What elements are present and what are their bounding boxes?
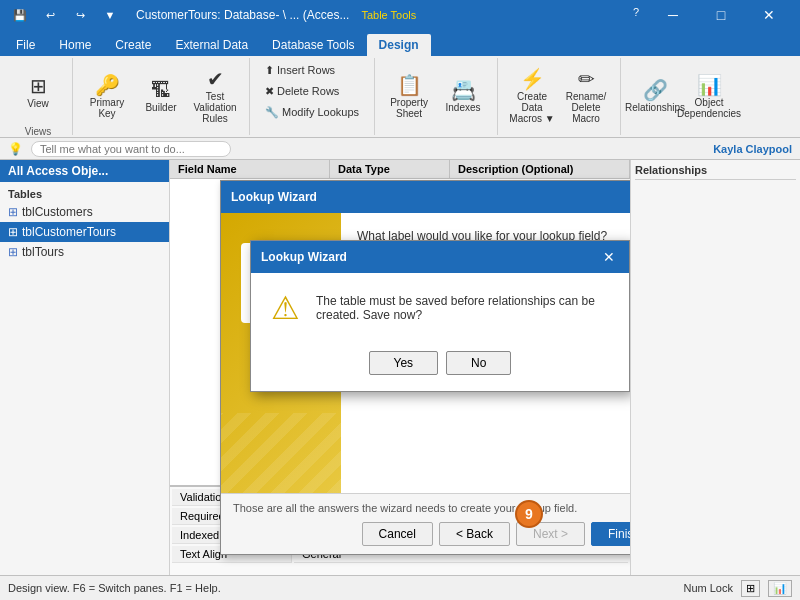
save-dialog-message: The table must be saved before relations…: [316, 294, 609, 322]
help-icon: 💡: [8, 142, 23, 156]
table-icon-customers: ⊞: [8, 205, 18, 219]
tab-create[interactable]: Create: [103, 34, 163, 56]
wizard-cancel-button[interactable]: Cancel: [362, 522, 433, 546]
sidebar-label-customers: tblCustomers: [22, 205, 93, 219]
wizard-front-title-bar: Lookup Wizard ✕: [251, 241, 629, 273]
sidebar-item-customers[interactable]: ⊞ tblCustomers: [0, 202, 169, 222]
content-area: Field Name Data Type Description (Option…: [170, 160, 630, 575]
field-columns-col: ⬆ Insert Rows ✖ Delete Rows 🔧 Modify Loo…: [258, 60, 366, 122]
wizard-back-title-bar: Lookup Wizard ✕: [221, 181, 630, 213]
create-data-macros-button[interactable]: ⚡ Create DataMacros ▼: [506, 65, 558, 129]
sidebar-label-tours: tblTours: [22, 245, 64, 259]
title-bar-controls: ? ─ □ ✕: [624, 0, 792, 30]
view-icon: ⊞: [30, 76, 47, 96]
ribbon-group-field-columns: ⬆ Insert Rows ✖ Delete Rows 🔧 Modify Loo…: [250, 58, 375, 135]
tab-design[interactable]: Design: [367, 34, 431, 56]
test-validation-button[interactable]: ✔ Test ValidationRules: [189, 65, 241, 129]
close-button[interactable]: ✕: [746, 0, 792, 30]
tab-file[interactable]: File: [4, 34, 47, 56]
insert-rows-icon: ⬆: [265, 64, 274, 77]
minimize-button[interactable]: ─: [650, 0, 696, 30]
maximize-button[interactable]: □: [698, 0, 744, 30]
undo-qat-button[interactable]: ↩: [38, 3, 62, 27]
save-no-button[interactable]: No: [446, 351, 511, 375]
primary-key-button[interactable]: 🔑 PrimaryKey: [81, 65, 133, 129]
key-icon: 🔑: [95, 75, 120, 95]
modify-lookups-icon: 🔧: [265, 106, 279, 119]
wizard-front-title: Lookup Wizard: [261, 250, 347, 264]
wizard-back-buttons: Cancel < Back Next > Finish: [233, 522, 630, 546]
lookup-wizard-front: Lookup Wizard ✕ ⚠ The table must be save…: [250, 240, 630, 392]
save-qat-button[interactable]: 💾: [8, 3, 32, 27]
wizard-back-button[interactable]: < Back: [439, 522, 510, 546]
ribbon: ⊞ View Views 🔑 PrimaryKey 🏗 Builder ✔ Te…: [0, 56, 800, 138]
sidebar-section-tables: Tables: [0, 182, 169, 202]
tell-me-input[interactable]: [31, 141, 231, 157]
right-panel: Relationships: [630, 160, 800, 575]
view-button[interactable]: ⊞ View: [12, 60, 64, 124]
tab-home[interactable]: Home: [47, 34, 103, 56]
object-dependencies-button[interactable]: 📊 ObjectDependencies: [683, 65, 735, 129]
property-sheet-icon: 📋: [397, 75, 422, 95]
wizard-finish-button[interactable]: Finish: [591, 522, 630, 546]
tab-external-data[interactable]: External Data: [163, 34, 260, 56]
indexes-button[interactable]: 📇 Indexes: [437, 65, 489, 129]
field-events-buttons: ⚡ Create DataMacros ▼ ✏ Rename/Delete Ma…: [506, 60, 612, 133]
table-icon-customer-tours: ⊞: [8, 225, 18, 239]
title-bar-title: CustomerTours: Database- \ ... (Acces...: [136, 8, 349, 22]
user-name: Kayla Claypool: [713, 143, 792, 155]
properties-buttons: 📋 PropertySheet 📇 Indexes: [383, 60, 489, 133]
table-icon-tours: ⊞: [8, 245, 18, 259]
sidebar-item-customer-tours[interactable]: ⊞ tblCustomerTours: [0, 222, 169, 242]
sidebar-item-tours[interactable]: ⊞ tblTours: [0, 242, 169, 262]
save-dialog-body: ⚠ The table must be saved before relatio…: [251, 273, 629, 343]
qat-dropdown-button[interactable]: ▼: [98, 3, 122, 27]
ribbon-tabs: File Home Create External Data Database …: [0, 30, 800, 56]
ribbon-group-tools: 🔑 PrimaryKey 🏗 Builder ✔ Test Validation…: [73, 58, 250, 135]
sidebar-header: All Access Obje...: [0, 160, 169, 182]
table-tools-label: Table Tools: [361, 9, 416, 21]
tell-me-bar: 💡 Kayla Claypool: [0, 138, 800, 160]
status-view-button-2[interactable]: 📊: [768, 580, 792, 597]
wizard-back-footer: Those are all the answers the wizard nee…: [221, 493, 630, 554]
save-yes-button[interactable]: Yes: [369, 351, 439, 375]
relationships-buttons: 🔗 Relationships 📊 ObjectDependencies: [629, 60, 735, 133]
builder-button[interactable]: 🏗 Builder: [135, 65, 187, 129]
status-view-button-1[interactable]: ⊞: [741, 580, 760, 597]
title-bar: 💾 ↩ ↪ ▼ CustomerTours: Database- \ ... (…: [0, 0, 800, 30]
help-button[interactable]: ?: [624, 0, 648, 24]
relationships-icon: 🔗: [643, 80, 668, 100]
right-panel-title: Relationships: [635, 164, 796, 180]
header-description: Description (Optional): [450, 160, 630, 178]
delete-rows-button[interactable]: ✖ Delete Rows: [258, 81, 366, 101]
ribbon-group-relationships: 🔗 Relationships 📊 ObjectDependencies: [621, 58, 743, 135]
ribbon-group-properties: 📋 PropertySheet 📇 Indexes: [375, 58, 498, 135]
modify-lookups-button[interactable]: 🔧 Modify Lookups: [258, 102, 366, 122]
header-field-name: Field Name: [170, 160, 330, 178]
views-label: Views: [25, 124, 52, 137]
redo-qat-button[interactable]: ↪: [68, 3, 92, 27]
tab-database-tools[interactable]: Database Tools: [260, 34, 367, 56]
table-designer-header: Field Name Data Type Description (Option…: [170, 160, 630, 179]
main-area: All Access Obje... Tables ⊞ tblCustomers…: [0, 160, 800, 575]
wizard-back-title: Lookup Wizard: [231, 190, 317, 204]
sidebar-label-customer-tours: tblCustomerTours: [22, 225, 116, 239]
status-text: Design view. F6 = Switch panes. F1 = Hel…: [8, 582, 221, 594]
ribbon-group-views: ⊞ View Views: [4, 58, 73, 135]
check-icon: ✔: [207, 69, 224, 89]
save-dialog-buttons: Yes No: [251, 343, 629, 391]
property-sheet-button[interactable]: 📋 PropertySheet: [383, 65, 435, 129]
macros-icon: ⚡: [520, 69, 545, 89]
wizard-front-close-button[interactable]: ✕: [599, 247, 619, 267]
sidebar: All Access Obje... Tables ⊞ tblCustomers…: [0, 160, 170, 575]
rename-delete-macro-button[interactable]: ✏ Rename/Delete Macro: [560, 65, 612, 129]
wizard-next-button[interactable]: Next >: [516, 522, 585, 546]
warning-icon: ⚠: [271, 289, 300, 327]
header-data-type: Data Type: [330, 160, 450, 178]
relationships-button[interactable]: 🔗 Relationships: [629, 65, 681, 129]
wizard-footer-text: Those are all the answers the wizard nee…: [233, 502, 630, 514]
rename-icon: ✏: [578, 69, 595, 89]
insert-rows-button[interactable]: ⬆ Insert Rows: [258, 60, 366, 80]
builder-icon: 🏗: [151, 80, 171, 100]
views-buttons: ⊞ View: [12, 60, 64, 124]
